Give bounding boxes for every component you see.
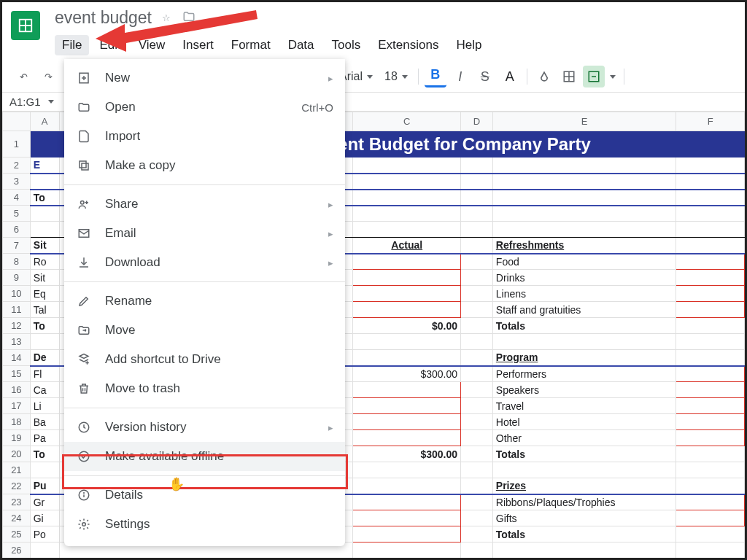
cell: Staff and gratuities [492, 302, 676, 318]
menu-email[interactable]: Email▸ [64, 219, 345, 248]
menu-make-copy[interactable]: Make a copy [64, 151, 345, 180]
row-1[interactable]: 1 [3, 131, 31, 158]
menu-file[interactable]: File [55, 35, 89, 55]
row-26[interactable]: 26 [3, 542, 31, 559]
row-17[interactable]: 17 [3, 398, 31, 414]
row-7[interactable]: 7 [3, 238, 31, 254]
cell: Gr [30, 494, 59, 510]
menu-share[interactable]: Share▸ [64, 190, 345, 219]
cell: $300.00 [353, 446, 461, 462]
row-6[interactable]: 6 [3, 222, 31, 238]
menu-details[interactable]: Details [64, 481, 345, 510]
menu-data[interactable]: Data [281, 35, 322, 55]
menu-version-history[interactable]: Version history▸ [64, 413, 345, 442]
row-14[interactable]: 14 [3, 350, 31, 366]
menu-make-available-offline[interactable]: Make available offline [64, 442, 345, 471]
row-11[interactable]: 11 [3, 302, 31, 318]
submenu-icon: ▸ [328, 228, 333, 239]
menu-open[interactable]: OpenCtrl+O [64, 93, 345, 122]
doc-title[interactable]: event budget [55, 8, 152, 28]
menu-import[interactable]: Import [64, 122, 345, 151]
text-color-button[interactable]: A [499, 66, 521, 88]
menu-trash[interactable]: Move to trash [64, 374, 345, 403]
menu-settings[interactable]: Settings [64, 510, 345, 539]
label: Add shortcut to Drive [105, 352, 333, 367]
col-f[interactable]: F [676, 112, 745, 131]
cell: To [30, 446, 59, 462]
fill-color-button[interactable] [533, 66, 555, 88]
row-2[interactable]: 2 [3, 158, 31, 174]
italic-button[interactable]: I [449, 66, 471, 88]
row-19[interactable]: 19 [3, 430, 31, 446]
chevron-down-icon [367, 75, 373, 79]
row-12[interactable]: 12 [3, 318, 31, 334]
label: Share [105, 197, 315, 211]
row-13[interactable]: 13 [3, 334, 31, 350]
font-size-select[interactable]: 18 [380, 70, 412, 83]
undo-icon[interactable]: ↶ [12, 66, 34, 88]
cell: Refreshments [492, 238, 676, 254]
merge-button[interactable] [583, 66, 605, 88]
chevron-down-icon[interactable] [48, 100, 54, 104]
menu-tools[interactable]: Tools [325, 35, 368, 55]
menu-format[interactable]: Format [224, 35, 278, 55]
menu-rename[interactable]: Rename [64, 287, 345, 316]
row-10[interactable]: 10 [3, 286, 31, 302]
row-21[interactable]: 21 [3, 462, 31, 478]
row-23[interactable]: 23 [3, 494, 31, 510]
row-3[interactable]: 3 [3, 174, 31, 190]
cell: Gifts [492, 510, 676, 526]
cell: Ribbons/Plaques/Trophies [492, 494, 676, 510]
row-18[interactable]: 18 [3, 414, 31, 430]
move-icon [76, 324, 92, 337]
row-5[interactable]: 5 [3, 206, 31, 222]
menubar: File Edit View Insert Format Data Tools … [55, 35, 736, 55]
menu-download[interactable]: Download▸ [64, 248, 345, 277]
chevron-down-icon[interactable] [610, 75, 616, 79]
row-22[interactable]: 22 [3, 478, 31, 494]
row-8[interactable]: 8 [3, 254, 31, 270]
col-a[interactable]: A [30, 112, 59, 131]
cell: To [30, 190, 59, 206]
col-e[interactable]: E [492, 112, 676, 131]
cell: Eq [30, 286, 59, 302]
move-folder-icon[interactable] [181, 10, 197, 26]
row-25[interactable]: 25 [3, 526, 31, 542]
col-d[interactable]: D [460, 112, 492, 131]
star-icon[interactable]: ☆ [162, 12, 171, 23]
row-20[interactable]: 20 [3, 446, 31, 462]
menu-extensions[interactable]: Extensions [371, 35, 446, 55]
font-size: 18 [384, 70, 398, 83]
folder-open-icon [76, 101, 92, 114]
cell: Totals [492, 446, 676, 462]
label: Make a copy [105, 158, 333, 173]
name-box[interactable]: A1:G1 [9, 96, 41, 108]
select-all[interactable] [3, 112, 31, 131]
file-menu: New▸ OpenCtrl+O Import Make a copy Share… [64, 59, 345, 546]
chevron-down-icon [402, 75, 408, 79]
redo-icon[interactable]: ↷ [37, 66, 59, 88]
menu-move[interactable]: Move [64, 316, 345, 345]
submenu-icon: ▸ [328, 257, 333, 268]
row-4[interactable]: 4 [3, 190, 31, 206]
menu-insert[interactable]: Insert [175, 35, 221, 55]
bold-button[interactable]: B [425, 66, 446, 88]
borders-button[interactable] [558, 66, 580, 88]
row-24[interactable]: 24 [3, 510, 31, 526]
cell: Food [492, 254, 676, 270]
row-16[interactable]: 16 [3, 382, 31, 398]
menu-new[interactable]: New▸ [64, 63, 345, 93]
cell: De [30, 350, 59, 366]
sheets-logo[interactable] [11, 11, 40, 40]
cell: Sit [30, 238, 59, 254]
strikethrough-button[interactable]: S [474, 66, 496, 88]
row-9[interactable]: 9 [3, 270, 31, 286]
row-15[interactable]: 15 [3, 366, 31, 382]
menu-add-shortcut[interactable]: Add shortcut to Drive [64, 345, 345, 374]
new-icon [76, 71, 92, 85]
history-icon [76, 421, 92, 434]
col-c[interactable]: C [353, 112, 461, 131]
menu-edit[interactable]: Edit [92, 35, 128, 55]
menu-view[interactable]: View [131, 35, 173, 55]
menu-help[interactable]: Help [449, 35, 489, 55]
